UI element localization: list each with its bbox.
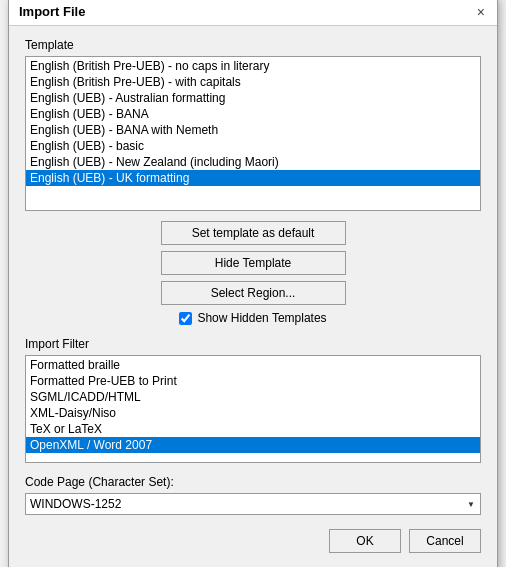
ok-button[interactable]: OK	[329, 529, 401, 553]
template-listbox[interactable]: English (British Pre-UEB) - no caps in l…	[25, 56, 481, 211]
template-list-item[interactable]: English (British Pre-UEB) - no caps in l…	[26, 58, 480, 74]
filter-list-item[interactable]: TeX or LaTeX	[26, 421, 480, 437]
template-list-item[interactable]: English (British Pre-UEB) - with capital…	[26, 74, 480, 90]
template-buttons: Set template as default Hide Template Se…	[25, 221, 481, 305]
template-list-item[interactable]: English (UEB) - UK formatting	[26, 170, 480, 186]
cancel-button[interactable]: Cancel	[409, 529, 481, 553]
dialog-title: Import File	[19, 4, 85, 19]
set-default-button[interactable]: Set template as default	[161, 221, 346, 245]
filter-list-item[interactable]: Formatted braille	[26, 357, 480, 373]
template-list-item[interactable]: English (UEB) - New Zealand (including M…	[26, 154, 480, 170]
filter-list-item[interactable]: XML-Daisy/Niso	[26, 405, 480, 421]
filter-list-item[interactable]: Formatted Pre-UEB to Print	[26, 373, 480, 389]
template-list-item[interactable]: English (UEB) - BANA with Nemeth	[26, 122, 480, 138]
ok-cancel-row: OK Cancel	[25, 529, 481, 557]
select-region-button[interactable]: Select Region...	[161, 281, 346, 305]
import-file-dialog: Import File × Template English (British …	[8, 0, 498, 567]
code-page-select[interactable]: WINDOWS-1252	[25, 493, 481, 515]
show-hidden-checkbox[interactable]	[179, 312, 192, 325]
title-bar: Import File ×	[9, 0, 497, 26]
code-page-select-wrapper: WINDOWS-1252	[25, 493, 481, 515]
dialog-body: Template English (British Pre-UEB) - no …	[9, 26, 497, 567]
template-list-item[interactable]: English (UEB) - Australian formatting	[26, 90, 480, 106]
code-page-section: Code Page (Character Set): WINDOWS-1252	[25, 475, 481, 515]
import-filter-label: Import Filter	[25, 337, 481, 351]
filter-list-item[interactable]: SGML/ICADD/HTML	[26, 389, 480, 405]
import-filter-listbox[interactable]: Formatted brailleFormatted Pre-UEB to Pr…	[25, 355, 481, 463]
template-list-item[interactable]: English (UEB) - basic	[26, 138, 480, 154]
filter-list-item[interactable]: OpenXML / Word 2007	[26, 437, 480, 453]
template-section-label: Template	[25, 38, 481, 52]
close-button[interactable]: ×	[475, 5, 487, 19]
show-hidden-row: Show Hidden Templates	[179, 311, 326, 325]
code-page-label: Code Page (Character Set):	[25, 475, 481, 489]
show-hidden-label[interactable]: Show Hidden Templates	[197, 311, 326, 325]
hide-template-button[interactable]: Hide Template	[161, 251, 346, 275]
template-list-item[interactable]: English (UEB) - BANA	[26, 106, 480, 122]
